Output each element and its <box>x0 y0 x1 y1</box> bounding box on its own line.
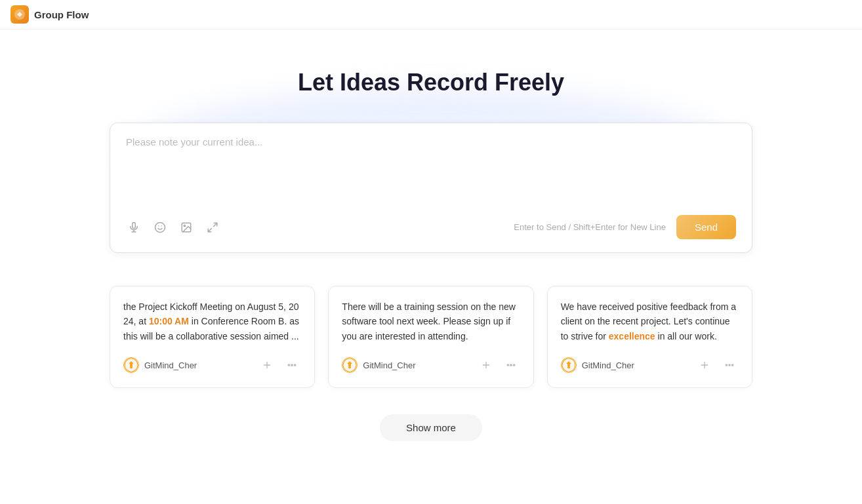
idea-card-1: the Project Kickoff Meeting on August 5,… <box>110 286 315 388</box>
idea-textarea[interactable] <box>126 136 736 202</box>
input-toolbar: Enter to Send / Shift+Enter for New Line… <box>126 210 736 239</box>
page-title: Let Ideas Record Freely <box>298 69 564 96</box>
svg-line-9 <box>214 223 217 226</box>
card-more-2[interactable] <box>502 356 520 374</box>
svg-point-12 <box>130 366 133 369</box>
author-name-1: GitMind_Cher <box>144 360 197 370</box>
emoji-icon[interactable] <box>152 220 168 235</box>
author-name-2: GitMind_Cher <box>363 360 415 370</box>
card-actions-3 <box>695 356 739 374</box>
svg-point-19 <box>348 366 351 369</box>
svg-point-15 <box>289 364 290 366</box>
card-pin-1[interactable] <box>258 356 276 374</box>
author-name-3: GitMind_Cher <box>582 360 634 370</box>
card-pin-3[interactable] <box>695 356 714 374</box>
card-footer-1: GitMind_Cher <box>123 356 301 374</box>
mic-icon[interactable] <box>126 220 142 235</box>
svg-point-24 <box>513 364 514 366</box>
cards-grid: the Project Kickoff Meeting on August 5,… <box>110 286 752 388</box>
input-icons <box>126 220 220 235</box>
card-text-1: the Project Kickoff Meeting on August 5,… <box>123 300 301 345</box>
svg-point-16 <box>291 364 293 366</box>
idea-card-2: There will be a training session on the … <box>328 286 533 388</box>
svg-rect-1 <box>133 222 136 228</box>
author-avatar-3 <box>561 357 577 373</box>
idea-card-3: We have received positive feedback from … <box>547 286 752 388</box>
show-more-button[interactable]: Show more <box>380 414 482 441</box>
author-avatar-2 <box>342 357 358 373</box>
card-more-3[interactable] <box>720 356 739 374</box>
svg-point-30 <box>729 364 730 366</box>
svg-point-26 <box>567 366 570 369</box>
card-author-2: GitMind_Cher <box>342 357 415 373</box>
card-actions-1 <box>258 356 301 374</box>
input-hint: Enter to Send / Shift+Enter for New Line <box>514 222 666 232</box>
header-bar: Group Flow <box>0 0 862 29</box>
svg-point-22 <box>507 364 508 366</box>
svg-point-23 <box>510 364 512 366</box>
svg-point-8 <box>184 225 185 226</box>
send-button[interactable]: Send <box>676 215 736 239</box>
app-name: Group Flow <box>34 9 89 20</box>
card-author-3: GitMind_Cher <box>561 357 634 373</box>
svg-point-4 <box>155 222 165 232</box>
svg-point-29 <box>726 364 727 366</box>
card-footer-3: GitMind_Cher <box>561 356 739 374</box>
card-actions-2 <box>477 356 520 374</box>
card-more-1[interactable] <box>283 356 301 374</box>
svg-line-10 <box>208 228 211 231</box>
card-footer-2: GitMind_Cher <box>342 356 520 374</box>
image-icon[interactable] <box>178 220 194 235</box>
logo-icon <box>10 5 29 24</box>
show-more-container: Show more <box>380 414 482 441</box>
author-avatar-1 <box>123 357 139 373</box>
main-content: Let Ideas Record Freely <box>0 29 862 467</box>
expand-icon[interactable] <box>205 220 220 235</box>
card-text-3: We have received positive feedback from … <box>561 300 739 345</box>
card-text-2: There will be a training session on the … <box>342 300 520 345</box>
idea-input-box: Enter to Send / Shift+Enter for New Line… <box>110 123 752 253</box>
card-pin-2[interactable] <box>477 356 495 374</box>
svg-point-31 <box>732 364 733 366</box>
logo-area: Group Flow <box>10 5 89 24</box>
card-author-1: GitMind_Cher <box>123 357 197 373</box>
svg-point-17 <box>295 364 296 366</box>
hero-section: Let Ideas Record Freely <box>13 69 849 441</box>
